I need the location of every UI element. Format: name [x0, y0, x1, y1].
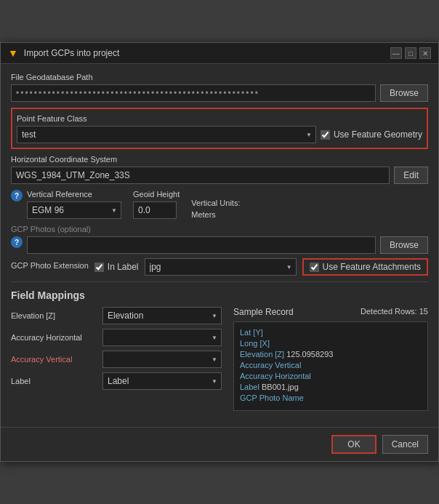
use-feature-geometry-text: Use Feature Geometry	[334, 129, 422, 140]
gcp-photos-browse-button[interactable]: Browse	[380, 236, 428, 254]
field-mappings-section: Field Mappings Elevation [Z] Elevation	[11, 289, 428, 411]
title-controls: — □ ✕	[390, 47, 431, 59]
mapping-row-elevation: Elevation [Z] Elevation	[11, 307, 222, 324]
ext-select-wrapper: jpg	[145, 258, 297, 276]
sample-row-gcp-photo: GCP Photo Name	[240, 393, 422, 402]
mapping-label-label: Label	[11, 377, 98, 385]
bottom-bar: OK Cancel	[1, 427, 438, 461]
mapping-select-wrapper-elevation: Elevation	[102, 307, 222, 324]
vertical-units-group: Vertical Units: Meters	[191, 199, 240, 219]
field-mappings-title: Field Mappings	[11, 289, 428, 301]
sample-record-title: Sample Record	[233, 307, 294, 317]
gcp-photo-extension-label: GCP Photo Extension	[11, 261, 89, 270]
file-geodatabase-input[interactable]	[11, 84, 376, 102]
mapping-label-accuracy-horizontal: Accuracy Horizontal	[11, 333, 98, 342]
gcp-photos-input-row: ? Browse	[11, 236, 428, 254]
title-bar-left: ▼ Import GCPs into project	[8, 47, 119, 59]
sample-row-label: Label BB001.jpg	[240, 383, 422, 391]
mapping-select-wrapper-accuracy-horizontal	[102, 329, 222, 346]
geoid-height-group: Geoid Height	[133, 190, 180, 219]
use-feature-geometry-label[interactable]: Use Feature Geometry	[321, 129, 422, 140]
mapping-select-wrapper-label: Label	[102, 372, 222, 390]
sample-record-header: Sample Record Detected Rows: 15	[233, 307, 428, 317]
sample-row-elevation-z: Elevation [Z] 125.0958293	[240, 350, 422, 359]
gcp-photos-section: GCP Photos (optional) ? Browse GCP Photo…	[11, 225, 428, 276]
mapping-select-elevation[interactable]: Elevation	[102, 307, 222, 324]
window-title: Import GCPs into project	[24, 48, 119, 58]
sample-record-right: Sample Record Detected Rows: 15 Lat [Y] …	[233, 307, 428, 411]
close-button[interactable]: ✕	[419, 47, 431, 59]
mapping-row-label: Label Label	[11, 372, 222, 390]
mapping-label-accuracy-vertical: Accuracy Vertical	[11, 355, 98, 364]
ok-button[interactable]: OK	[331, 435, 376, 454]
horizontal-coord-row: Edit	[11, 167, 428, 184]
mapping-select-accuracy-vertical[interactable]	[102, 351, 222, 368]
main-window: ▼ Import GCPs into project — □ ✕ File Ge…	[0, 42, 439, 462]
use-feature-attachments-label[interactable]: Use Feature Attachments	[310, 262, 421, 272]
minimize-button[interactable]: —	[390, 47, 402, 59]
file-geodatabase-row: Browse	[11, 84, 428, 102]
vertical-ref-group: Vertical Reference EGM 96	[27, 190, 121, 219]
mapping-select-wrapper-accuracy-vertical	[102, 351, 222, 368]
sample-row-accuracy-vertical: Accuracy Vertical	[240, 361, 422, 369]
point-feature-class-select[interactable]: test	[17, 126, 316, 143]
gcp-photos-input[interactable]	[27, 236, 376, 254]
sample-row-accuracy-horizontal: Accuracy Horizontal	[240, 372, 422, 380]
pfc-row: test Use Feature Geometry	[17, 126, 422, 143]
file-geodatabase-label: File Geodatabase Path	[11, 73, 428, 81]
vertical-units-label: Vertical Units:	[191, 199, 240, 207]
photo-extension-row: GCP Photo Extension In Label jpg Use Fea…	[11, 258, 428, 276]
in-label-label[interactable]: In Label	[94, 262, 139, 272]
maximize-button[interactable]: □	[405, 47, 416, 59]
content-area: File Geodatabase Path Browse Point Featu…	[1, 64, 438, 420]
mapping-row-accuracy-vertical: Accuracy Vertical	[11, 351, 222, 368]
window-icon: ▼	[8, 47, 18, 59]
title-bar: ▼ Import GCPs into project — □ ✕	[1, 43, 438, 64]
point-feature-class-section: Point Feature Class test Use Feature Geo…	[11, 108, 428, 149]
gcp-photos-label: GCP Photos (optional)	[11, 225, 428, 233]
sample-record-body: Lat [Y] Long [X] Elevation [Z] 125.09582…	[233, 321, 428, 411]
help-icon-vertical[interactable]: ?	[11, 190, 23, 201]
file-geodatabase-browse-button[interactable]: Browse	[380, 84, 428, 102]
vertical-ref-select[interactable]: EGM 96	[27, 201, 121, 219]
vref-select-wrapper: EGM 96	[27, 201, 121, 219]
mapping-label-elevation: Elevation [Z]	[11, 311, 98, 320]
mapping-row-accuracy-horizontal: Accuracy Horizontal	[11, 329, 222, 346]
cancel-button[interactable]: Cancel	[382, 435, 428, 454]
horizontal-coord-label: Horizontal Coordinate System	[11, 155, 428, 164]
horizontal-coord-edit-button[interactable]: Edit	[394, 167, 428, 184]
vertical-ref-help-row: ? Vertical Reference EGM 96 Geoid Height…	[11, 190, 428, 219]
sample-row-lat: Lat [Y]	[240, 328, 422, 337]
point-feature-class-label: Point Feature Class	[17, 114, 87, 123]
field-mappings-left: Elevation [Z] Elevation Accuracy Horizon…	[11, 307, 222, 411]
mapping-select-label[interactable]: Label	[102, 372, 222, 390]
vertical-ref-label: Vertical Reference	[27, 190, 121, 199]
vertical-ref-row: Vertical Reference EGM 96 Geoid Height V…	[27, 190, 240, 219]
vertical-units-value: Meters	[191, 210, 240, 219]
use-feature-attachments-box: Use Feature Attachments	[302, 258, 428, 276]
sample-row-long: Long [X]	[240, 339, 422, 348]
two-col-layout: Elevation [Z] Elevation Accuracy Horizon…	[11, 307, 428, 411]
help-icon-gcp[interactable]: ?	[11, 236, 23, 248]
geoid-height-input[interactable]	[133, 201, 177, 219]
use-feature-geometry-checkbox[interactable]	[321, 130, 330, 140]
detected-rows: Detected Rows: 15	[361, 307, 428, 317]
pfc-select-wrapper: test	[17, 126, 316, 143]
in-label-checkbox[interactable]	[94, 263, 104, 272]
mapping-select-accuracy-horizontal[interactable]	[102, 329, 222, 346]
use-feature-attachments-checkbox[interactable]	[310, 263, 319, 272]
horizontal-coord-input[interactable]	[11, 167, 390, 184]
ext-select[interactable]: jpg	[145, 258, 297, 276]
geoid-height-label: Geoid Height	[133, 190, 180, 199]
